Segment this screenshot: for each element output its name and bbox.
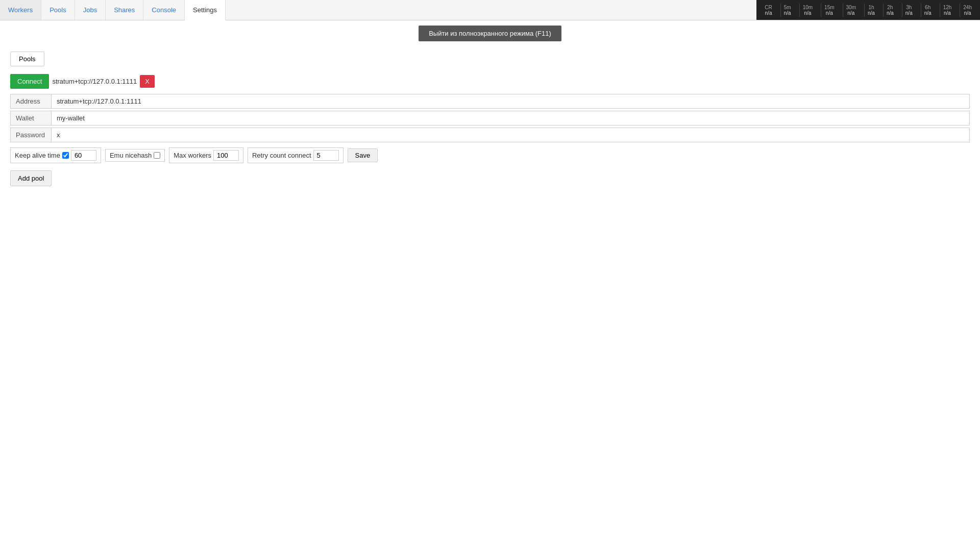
wallet-input[interactable] xyxy=(52,111,969,125)
stat-24h-header: 24h xyxy=(963,5,972,10)
max-workers-label: Max workers xyxy=(174,152,211,159)
nav-item-settings[interactable]: Settings xyxy=(185,0,226,20)
save-button[interactable]: Save xyxy=(348,148,378,162)
stat-10m-value: n/a xyxy=(804,10,811,16)
address-field-row: Address xyxy=(10,94,970,109)
emu-nicehash-label: Emu nicehash xyxy=(110,152,152,159)
stat-3h-value: n/a xyxy=(905,10,913,16)
stat-15m-header: 15m xyxy=(824,5,834,10)
stat-15m-value: n/a xyxy=(826,10,833,16)
max-workers-group: Max workers xyxy=(169,147,243,163)
emu-nicehash-group: Emu nicehash xyxy=(105,149,165,162)
stat-cr-value: n/a xyxy=(765,10,772,16)
main-content: Pools Connect stratum+tcp://127.0.0.1:11… xyxy=(0,46,980,191)
stat-12h-value: n/a xyxy=(944,10,951,16)
address-label: Address xyxy=(11,94,52,108)
stat-6h-value: n/a xyxy=(924,10,932,16)
stats-bar: CR n/a 5m n/a 10m n/a 15m n/a 30m n/a 1h… xyxy=(756,0,980,20)
nav-label-workers: Workers xyxy=(8,6,33,14)
add-pool-button[interactable]: Add pool xyxy=(10,170,52,186)
fullscreen-exit-button[interactable]: Выйти из полноэкранного режима (F11) xyxy=(419,26,561,41)
retry-count-input[interactable] xyxy=(313,150,339,161)
nav-item-pools[interactable]: Pools xyxy=(41,0,75,20)
password-label: Password xyxy=(11,128,52,142)
pools-tab-label: Pools xyxy=(19,55,36,63)
nav-item-jobs[interactable]: Jobs xyxy=(75,0,106,20)
nav-label-shares: Shares xyxy=(114,6,135,14)
nav-item-shares[interactable]: Shares xyxy=(106,0,143,20)
stat-1h-value: n/a xyxy=(868,10,875,16)
stat-5m-header: 5m xyxy=(784,5,791,10)
password-input[interactable] xyxy=(52,128,969,142)
nav-label-settings: Settings xyxy=(193,6,217,14)
stat-3h: 3h n/a xyxy=(902,4,916,17)
keep-alive-input[interactable] xyxy=(71,150,96,161)
stat-1h: 1h n/a xyxy=(864,4,878,17)
stat-2h-header: 2h xyxy=(887,5,893,10)
stat-1h-header: 1h xyxy=(868,5,874,10)
stat-24h-value: n/a xyxy=(964,10,971,16)
keep-alive-group: Keep alive time xyxy=(10,147,101,163)
stat-6h-header: 6h xyxy=(925,5,930,10)
stat-10m: 10m n/a xyxy=(799,4,816,17)
fullscreen-bar: Выйти из полноэкранного режима (F11) xyxy=(0,20,980,46)
wallet-label: Wallet xyxy=(11,111,52,125)
stat-5m: 5m n/a xyxy=(780,4,794,17)
keep-alive-checkbox[interactable] xyxy=(62,152,69,159)
stat-12h: 12h n/a xyxy=(940,4,955,17)
stat-30m: 30m n/a xyxy=(843,4,859,17)
remove-pool-button[interactable]: X xyxy=(140,75,155,88)
stat-6h: 6h n/a xyxy=(921,4,935,17)
stat-2h: 2h n/a xyxy=(883,4,897,17)
top-navigation: Workers Pools Jobs Shares Console Settin… xyxy=(0,0,980,20)
stat-cr-header: CR xyxy=(765,5,772,10)
max-workers-input[interactable] xyxy=(213,150,239,161)
password-field-row: Password xyxy=(10,128,970,142)
nav-label-console: Console xyxy=(152,6,176,14)
stat-15m: 15m n/a xyxy=(821,4,837,17)
nav-label-jobs: Jobs xyxy=(83,6,97,14)
stat-30m-header: 30m xyxy=(846,5,856,10)
stat-30m-value: n/a xyxy=(847,10,854,16)
options-row: Keep alive time Emu nicehash Max workers… xyxy=(10,147,970,163)
stat-24h: 24h n/a xyxy=(960,4,975,17)
emu-nicehash-checkbox[interactable] xyxy=(154,152,160,159)
retry-count-label: Retry count connect xyxy=(252,152,311,159)
stat-10m-header: 10m xyxy=(803,5,813,10)
address-input[interactable] xyxy=(52,94,969,108)
connect-button[interactable]: Connect xyxy=(10,74,49,89)
stat-12h-header: 12h xyxy=(943,5,952,10)
pool-address-display: stratum+tcp://127.0.0.1:1111 xyxy=(52,78,137,85)
nav-item-console[interactable]: Console xyxy=(143,0,185,20)
nav-label-pools: Pools xyxy=(50,6,66,14)
nav-item-workers[interactable]: Workers xyxy=(0,0,41,20)
stat-5m-value: n/a xyxy=(784,10,791,16)
stat-cr: CR n/a xyxy=(762,4,775,17)
stat-3h-header: 3h xyxy=(906,5,912,10)
keep-alive-label: Keep alive time xyxy=(15,152,60,159)
stat-2h-value: n/a xyxy=(887,10,894,16)
pools-tab[interactable]: Pools xyxy=(10,52,44,66)
retry-count-group: Retry count connect xyxy=(248,147,344,163)
wallet-field-row: Wallet xyxy=(10,111,970,126)
pool-row: Connect stratum+tcp://127.0.0.1:1111 X xyxy=(10,74,970,89)
